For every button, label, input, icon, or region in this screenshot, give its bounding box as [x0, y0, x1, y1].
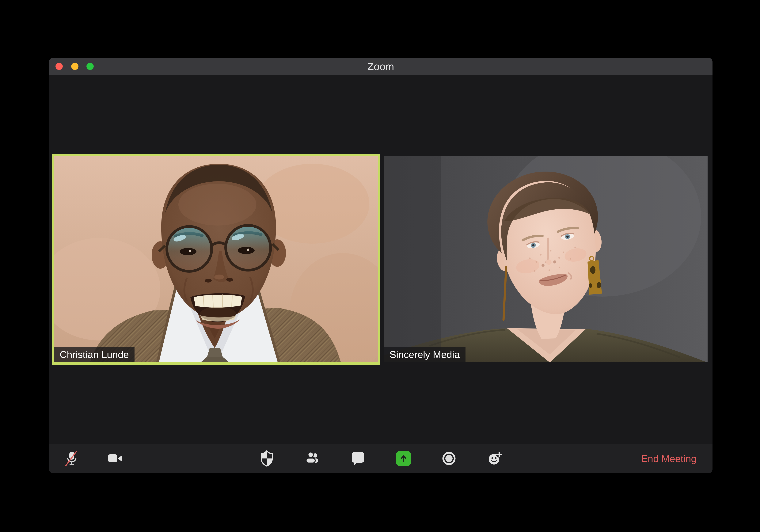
participant-name-label: Christian Lunde [54, 347, 134, 362]
video-tile-participant[interactable]: Sincerely Media [384, 156, 708, 362]
security-button[interactable] [256, 448, 277, 469]
microphone-muted-icon [62, 449, 81, 468]
participant-name-label: Sincerely Media [384, 347, 465, 362]
window-title: Zoom [49, 58, 712, 75]
chat-bubble-icon [348, 449, 367, 468]
share-screen-icon [397, 452, 410, 465]
video-camera-icon [106, 449, 125, 468]
video-button[interactable] [105, 448, 126, 469]
window-titlebar: Zoom [49, 58, 712, 75]
reactions-icon [485, 449, 504, 468]
participants-icon [303, 449, 322, 468]
participants-button[interactable] [302, 448, 323, 469]
security-shield-icon [257, 449, 276, 468]
zoom-app-window: Zoom [49, 58, 712, 473]
chat-button[interactable] [347, 448, 368, 469]
participant-portrait-man [54, 156, 378, 362]
share-screen-button[interactable] [393, 448, 414, 469]
end-meeting-button[interactable]: End Meeting [640, 444, 698, 473]
record-icon [440, 449, 458, 468]
mute-button[interactable] [61, 448, 82, 469]
video-tile-active-speaker[interactable]: Christian Lunde [54, 156, 378, 362]
share-screen-pill [396, 451, 411, 466]
record-button[interactable] [439, 448, 459, 469]
reactions-button[interactable] [484, 448, 505, 469]
participant-portrait-woman [384, 156, 708, 362]
meeting-toolbar: End Meeting [49, 444, 712, 473]
